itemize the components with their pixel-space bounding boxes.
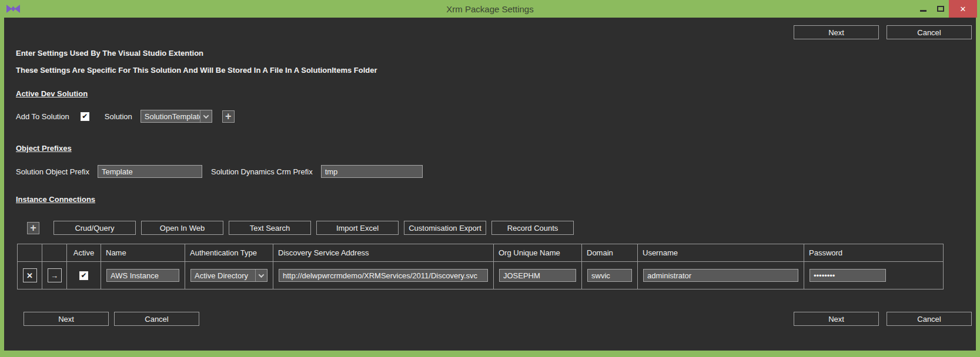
password-input[interactable] xyxy=(810,269,886,282)
authentication-type-value: Active Directory xyxy=(191,270,255,281)
object-prefixes-row: Solution Object Prefix Solution Dynamics… xyxy=(16,164,423,178)
solution-combobox-value: SolutionTemplate xyxy=(141,110,200,122)
column-header-password: Password xyxy=(804,244,944,262)
import-excel-button[interactable]: Import Excel xyxy=(316,221,399,235)
column-header-domain: Domain xyxy=(582,244,638,262)
open-instance-button[interactable]: → xyxy=(48,268,62,282)
crm-prefix-label: Solution Dynamics Crm Prefix xyxy=(211,167,313,176)
customisation-export-button[interactable]: Customisation Export xyxy=(404,221,486,235)
crud-query-button[interactable]: Crud/Query xyxy=(53,221,136,235)
domain-input[interactable] xyxy=(587,269,632,282)
add-to-solution-checkbox[interactable]: ✔ xyxy=(81,112,89,121)
arrow-right-icon: → xyxy=(51,271,58,280)
username-input[interactable] xyxy=(643,269,798,282)
close-icon: ✕ xyxy=(960,5,966,14)
intro-line-2: These Settings Are Specific For This Sol… xyxy=(16,66,377,75)
close-button[interactable]: ✕ xyxy=(949,0,977,18)
cancel-button-top[interactable]: Cancel xyxy=(887,25,972,39)
window-controls: ✕ xyxy=(915,0,977,18)
minimize-button[interactable] xyxy=(915,0,932,18)
cancel-button-bottom-left[interactable]: Cancel xyxy=(114,312,199,326)
column-header-open xyxy=(42,244,67,262)
open-cell: → xyxy=(42,262,67,289)
record-counts-button[interactable]: Record Counts xyxy=(491,221,574,235)
delete-cell: ✕ xyxy=(18,262,42,289)
active-checkbox[interactable]: ✔ xyxy=(79,271,88,280)
bottom-right-button-group: Next Cancel xyxy=(794,312,972,326)
crm-prefix-input[interactable] xyxy=(321,165,423,178)
delete-x-icon: ✕ xyxy=(26,271,33,280)
plus-icon: + xyxy=(30,223,36,233)
delete-instance-button[interactable]: ✕ xyxy=(23,268,37,282)
checkmark-icon: ✔ xyxy=(82,113,88,120)
open-in-web-button[interactable]: Open In Web xyxy=(141,221,223,235)
solution-combobox[interactable]: SolutionTemplate xyxy=(141,110,212,123)
object-prefixes-heading: Object Prefixes xyxy=(16,144,72,153)
maximize-button[interactable] xyxy=(932,0,949,18)
authentication-type-dropdown[interactable] xyxy=(255,270,267,281)
solution-object-prefix-input[interactable] xyxy=(98,165,202,178)
solution-combobox-dropdown[interactable] xyxy=(200,110,212,122)
column-header-delete xyxy=(18,244,42,262)
chevron-down-icon xyxy=(203,113,209,119)
text-search-button[interactable]: Text Search xyxy=(229,221,311,235)
authentication-type-combobox[interactable]: Active Directory xyxy=(190,269,267,282)
dialog-content: Next Cancel Enter Settings Used By The V… xyxy=(4,18,976,351)
solution-object-prefix-label: Solution Object Prefix xyxy=(16,167,89,176)
password-cell xyxy=(804,262,944,289)
instance-name-input[interactable] xyxy=(106,269,179,282)
active-cell: ✔ xyxy=(67,262,101,289)
instance-connections-table: Active Name Authentication Type Discover… xyxy=(17,244,944,289)
active-dev-solution-row: Add To Solution ✔ Solution SolutionTempl… xyxy=(16,109,235,123)
authentication-type-cell: Active Directory xyxy=(185,262,273,289)
window-title: Xrm Package Settings xyxy=(0,4,980,14)
name-cell xyxy=(101,262,185,289)
column-header-org-unique-name: Org Unique Name xyxy=(494,244,582,262)
org-unique-name-cell xyxy=(494,262,582,289)
table-header-row: Active Name Authentication Type Discover… xyxy=(18,244,944,262)
chevron-down-icon xyxy=(259,272,265,278)
titlebar[interactable]: Xrm Package Settings ✕ xyxy=(0,0,980,18)
add-solution-button[interactable]: + xyxy=(222,110,235,123)
checkmark-icon: ✔ xyxy=(81,272,86,279)
minimize-icon xyxy=(920,10,927,12)
bottom-left-button-group: Next Cancel xyxy=(24,312,199,326)
visual-studio-logo-icon xyxy=(6,3,20,15)
table-row: ✕ → ✔ xyxy=(18,262,944,289)
next-button-bottom-left[interactable]: Next xyxy=(24,312,109,326)
plus-icon: + xyxy=(225,111,232,122)
org-unique-name-input[interactable] xyxy=(499,269,576,282)
add-instance-button[interactable]: + xyxy=(27,222,39,234)
next-button-bottom-right[interactable]: Next xyxy=(794,312,879,326)
column-header-username: Username xyxy=(638,244,804,262)
top-button-group: Next Cancel xyxy=(794,25,972,39)
instance-connections-heading: Instance Connections xyxy=(16,195,95,204)
instance-connections-toolbar: + Crud/Query Open In Web Text Search Imp… xyxy=(27,221,574,235)
add-to-solution-label: Add To Solution xyxy=(16,112,69,121)
xrm-package-settings-window: Xrm Package Settings ✕ Next Cancel Enter… xyxy=(0,0,980,357)
column-header-name: Name xyxy=(101,244,185,262)
maximize-icon xyxy=(937,6,944,12)
column-header-authentication-type: Authentication Type xyxy=(185,244,273,262)
solution-label: Solution xyxy=(105,112,132,121)
domain-cell xyxy=(582,262,638,289)
active-dev-solution-heading: Active Dev Solution xyxy=(16,89,88,98)
cancel-button-bottom-right[interactable]: Cancel xyxy=(887,312,972,326)
discovery-service-address-cell xyxy=(273,262,494,289)
discovery-service-address-input[interactable] xyxy=(279,269,488,282)
next-button-top[interactable]: Next xyxy=(794,25,879,39)
intro-line-1: Enter Settings Used By The Visual Studio… xyxy=(16,49,203,58)
username-cell xyxy=(638,262,804,289)
column-header-discovery-service-address: Discovery Service Address xyxy=(273,244,494,262)
column-header-active: Active xyxy=(67,244,101,262)
